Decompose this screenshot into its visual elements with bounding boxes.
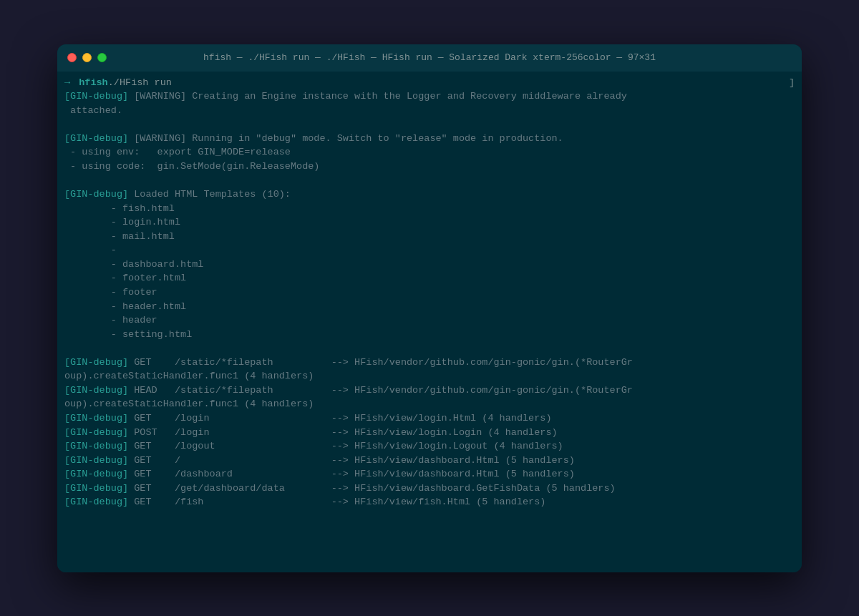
output-line-2: attached.: [57, 104, 802, 118]
output-line-13: - footer: [57, 285, 802, 300]
output-line-14: - header.html: [57, 300, 802, 314]
prompt-arrow-icon: →: [64, 76, 70, 90]
terminal-window: hfish — ./HFish run — ./HFish — HFish ru…: [57, 44, 802, 572]
output-line-26: [GIN-debug] GET /get/dashboard/data --> …: [57, 481, 802, 496]
window-title: hfish — ./HFish run — ./HFish — HFish ru…: [203, 52, 656, 63]
close-button[interactable]: [67, 53, 77, 62]
prompt-args: ./HFish run: [108, 76, 172, 90]
output-line-9: - mail.html: [57, 230, 802, 244]
bracket-end: ]: [789, 76, 795, 90]
output-line-15: - header: [57, 313, 802, 328]
blank-line-2: [57, 173, 802, 187]
blank-line-3: [57, 341, 802, 356]
output-line-1: [GIN-debug] [WARNING] Creating an Engine…: [57, 89, 802, 104]
output-line-11: - dashboard.html: [57, 258, 802, 272]
output-line-17: [GIN-debug] GET /static/*filepath --> HF…: [57, 356, 802, 370]
blank-line-1: [57, 117, 802, 132]
output-line-18: oup).createStaticHandler.func1 (4 handle…: [57, 369, 802, 383]
output-line-19: [GIN-debug] HEAD /static/*filepath --> H…: [57, 383, 802, 398]
titlebar: hfish — ./HFish run — ./HFish — HFish ru…: [57, 44, 802, 72]
prompt-line: → hfish ./HFish run ]: [57, 76, 802, 90]
output-line-24: [GIN-debug] GET / --> HFish/view/dashboa…: [57, 454, 802, 468]
output-line-12: - footer.html: [57, 271, 802, 285]
output-line-16: - setting.html: [57, 328, 802, 342]
output-line-5: - using code: gin.SetMode(gin.ReleaseMod…: [57, 160, 802, 174]
minimize-button[interactable]: [82, 53, 92, 62]
output-line-27: [GIN-debug] GET /fish --> HFish/view/fis…: [57, 495, 802, 509]
maximize-button[interactable]: [97, 53, 107, 62]
output-line-7: - fish.html: [57, 202, 802, 216]
output-line-3: [GIN-debug] [WARNING] Running in "debug"…: [57, 132, 802, 146]
prompt-command: hfish: [79, 76, 108, 90]
output-line-20: oup).createStaticHandler.func1 (4 handle…: [57, 397, 802, 411]
output-line-6: [GIN-debug] Loaded HTML Templates (10):: [57, 187, 802, 202]
output-line-23: [GIN-debug] GET /logout --> HFish/view/l…: [57, 439, 802, 454]
output-line-8: - login.html: [57, 215, 802, 230]
output-line-21: [GIN-debug] GET /login --> HFish/view/lo…: [57, 411, 802, 426]
output-line-4: - using env: export GIN_MODE=release: [57, 145, 802, 160]
terminal-body[interactable]: → hfish ./HFish run ] [GIN-debug] [WARNI…: [57, 72, 802, 572]
output-line-25: [GIN-debug] GET /dashboard --> HFish/vie…: [57, 467, 802, 481]
output-line-10: -: [57, 243, 802, 258]
output-line-22: [GIN-debug] POST /login --> HFish/view/l…: [57, 426, 802, 440]
